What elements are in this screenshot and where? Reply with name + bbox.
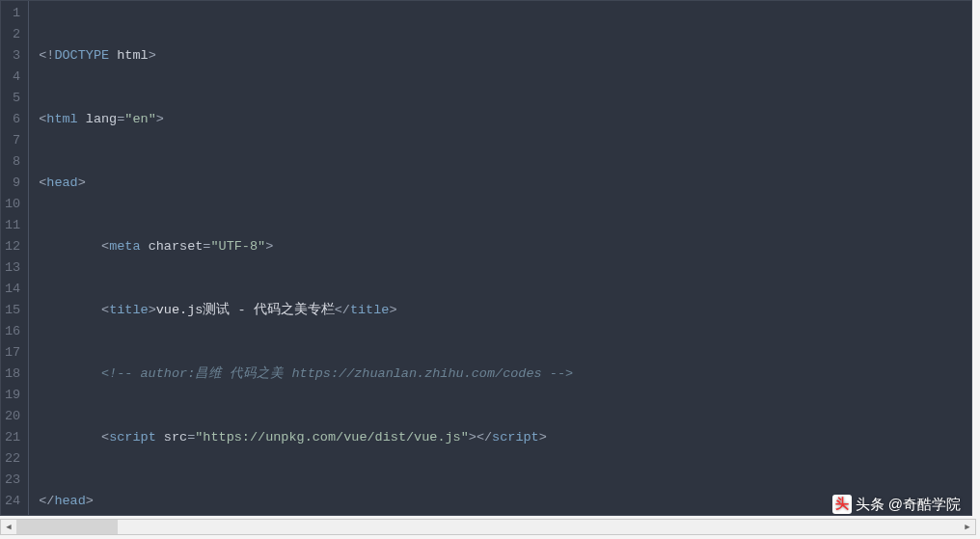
code-line[interactable]: <!DOCTYPE html> — [39, 45, 906, 67]
code-area[interactable]: <!DOCTYPE html> <html lang="en"> <head> … — [29, 1, 906, 515]
watermark: 头 头条 @奇酷学院 — [832, 495, 961, 514]
line-number: 24 — [5, 491, 20, 512]
code-line[interactable]: <head> — [39, 173, 906, 194]
scrollbar-thumb[interactable] — [16, 520, 118, 534]
code-line[interactable]: <html lang="en"> — [39, 109, 906, 130]
line-number: 20 — [5, 406, 20, 427]
line-number: 11 — [5, 215, 20, 236]
line-number: 9 — [5, 173, 20, 194]
line-number: 5 — [5, 88, 20, 109]
horizontal-scrollbar[interactable]: ◀ ▶ — [0, 519, 976, 535]
line-number: 21 — [5, 427, 20, 448]
code-line[interactable]: <meta charset="UTF-8"> — [39, 236, 906, 257]
toutiao-logo-icon: 头 — [832, 495, 852, 514]
scrollbar-track[interactable] — [16, 520, 960, 534]
line-number: 3 — [5, 45, 20, 67]
code-line[interactable]: <title>vue.js测试 - 代码之美专栏</title> — [39, 300, 906, 321]
watermark-brand: 头条 — [856, 496, 885, 514]
line-number: 2 — [5, 24, 20, 45]
line-number: 22 — [5, 448, 20, 470]
code-line[interactable]: <script src="https://unpkg.com/vue/dist/… — [39, 427, 906, 448]
scroll-right-icon[interactable]: ▶ — [960, 520, 975, 534]
line-number: 17 — [5, 342, 20, 364]
line-number: 1 — [5, 3, 20, 24]
line-number: 6 — [5, 109, 20, 130]
line-number: 7 — [5, 130, 20, 151]
line-number: 10 — [5, 194, 20, 215]
line-number: 12 — [5, 236, 20, 257]
scroll-left-icon[interactable]: ◀ — [1, 520, 16, 534]
line-number: 13 — [5, 257, 20, 279]
line-number: 14 — [5, 279, 20, 300]
code-line[interactable]: </head> — [39, 491, 906, 512]
code-line[interactable]: <!-- author:昌维 代码之美 https://zhuanlan.zhi… — [39, 364, 906, 385]
watermark-author: @奇酷学院 — [888, 496, 961, 514]
line-number: 19 — [5, 385, 20, 406]
line-number: 4 — [5, 67, 20, 88]
line-number: 18 — [5, 364, 20, 385]
line-number: 16 — [5, 321, 20, 342]
line-number: 15 — [5, 300, 20, 321]
code-editor[interactable]: 1 2 3 4 5 6 7 8 9 10 11 12 13 14 15 16 1… — [0, 0, 972, 516]
line-number: 23 — [5, 470, 20, 491]
line-number-gutter: 1 2 3 4 5 6 7 8 9 10 11 12 13 14 15 16 1… — [1, 1, 29, 515]
line-number: 8 — [5, 151, 20, 173]
